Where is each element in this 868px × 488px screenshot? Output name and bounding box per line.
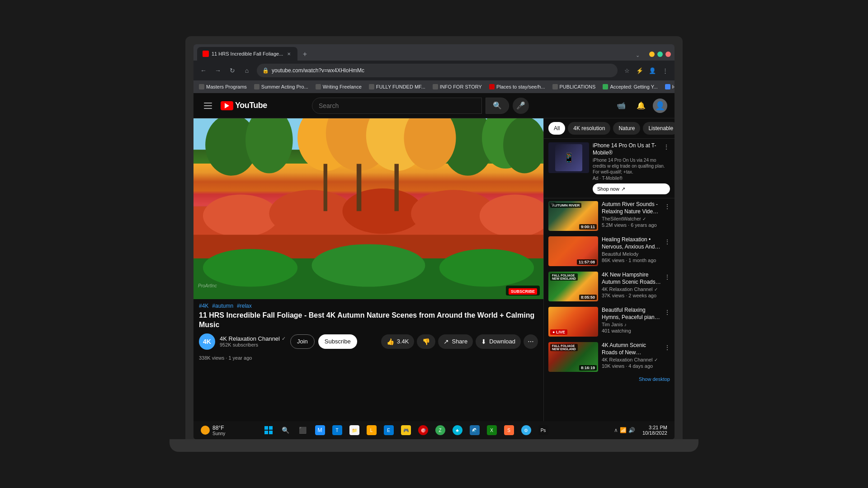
reload-button[interactable]: ↻ xyxy=(226,64,239,77)
ad-menu-button[interactable]: ⋮ xyxy=(661,141,672,152)
svg-point-12 xyxy=(269,190,354,237)
filter-listenable[interactable]: Listenable xyxy=(643,122,675,135)
rec-menu-button-1[interactable]: ⋮ xyxy=(662,236,673,247)
bookmark-masters[interactable]: Masters Programs xyxy=(197,83,249,90)
bookmarks-bar: Masters Programs Summer Acting Pro... Wr… xyxy=(193,80,675,93)
app-icon-10: 🌊 xyxy=(470,425,480,435)
system-clock[interactable]: 3:21 PM 10/18/2022 xyxy=(639,425,671,436)
taskbar-search-button[interactable]: 🔍 xyxy=(278,422,294,438)
network-icon[interactable]: 📶 xyxy=(620,427,627,433)
rec-menu-button-2[interactable]: ⋮ xyxy=(662,272,673,282)
bookmark-star-icon[interactable]: ☆ xyxy=(621,65,633,76)
url-bar[interactable]: 🔒 youtube.com/watch?v=wx4XHloHmMc xyxy=(257,64,618,77)
video-stats: 338K views · 1 year ago xyxy=(193,353,543,362)
collapse-tabs-button[interactable]: ⌄ xyxy=(634,52,641,59)
bookmark-publications[interactable]: PUBLICATIONS xyxy=(551,83,598,90)
back-button[interactable]: ← xyxy=(197,64,210,77)
notifications-button[interactable]: 🔔 xyxy=(633,98,649,114)
bookmark-writing[interactable]: Writing Freelance xyxy=(314,83,363,90)
volume-icon[interactable]: 🔊 xyxy=(628,427,635,433)
taskbar-app-7[interactable]: 🎯 xyxy=(415,422,431,438)
subscribe-button[interactable]: Subscribe xyxy=(318,334,357,349)
rec-video-0[interactable]: AUTUMN RIVER 9:00:11 9h Autumn River Sou… xyxy=(544,198,675,234)
video-player[interactable]: ProArtInc SUBSCRIBE xyxy=(193,118,543,299)
taskbar-app-8[interactable]: Z xyxy=(432,422,448,438)
download-button[interactable]: ⬇ Download xyxy=(476,334,521,349)
windows-icon xyxy=(264,425,274,435)
filter-nature[interactable]: Nature xyxy=(613,122,640,135)
create-button[interactable]: 📹 xyxy=(613,98,629,114)
tab-close-button[interactable]: ✕ xyxy=(286,51,292,57)
rec-menu-button-4[interactable]: ⋮ xyxy=(662,342,673,353)
live-badge: ● LIVE xyxy=(550,329,567,335)
taskbar-app-2[interactable]: T xyxy=(329,422,345,438)
windows-taskbar: 88°F Sunny xyxy=(193,421,675,439)
like-button[interactable]: 👍 3.4K xyxy=(381,334,415,349)
forward-button[interactable]: → xyxy=(212,64,224,77)
menu-button[interactable] xyxy=(201,99,215,113)
dislike-button[interactable]: 👎 xyxy=(417,334,435,349)
taskbar-app-3[interactable]: 📁 xyxy=(346,422,363,438)
taskbar-app-12[interactable]: S xyxy=(501,422,517,438)
rec-video-2[interactable]: FALL FOLIAGENEW ENGLAND 8:05:50 4K New H… xyxy=(544,269,675,304)
taskbar-app-4[interactable]: L xyxy=(363,422,380,438)
video-actions: 👍 3.4K 👎 ↗ Share xyxy=(381,334,538,349)
tag-4k[interactable]: #4K xyxy=(199,303,208,309)
task-view-button[interactable]: ⬛ xyxy=(295,422,311,438)
new-tab-button[interactable]: + xyxy=(298,48,311,61)
close-button[interactable] xyxy=(665,52,671,57)
rec-channel-3: Tim Janis ♪ xyxy=(602,322,661,327)
rec-video-1[interactable]: 11:57:08 Healing Relaxation • Nervous, A… xyxy=(544,234,675,269)
rec-menu-button-0[interactable]: ⋮ xyxy=(662,201,673,212)
search-bar[interactable] xyxy=(312,98,482,114)
subscribe-overlay[interactable]: SUBSCRIBE xyxy=(506,286,540,296)
more-options-icon[interactable]: ⋮ xyxy=(659,65,671,76)
more-actions-button[interactable]: ··· xyxy=(524,334,538,349)
weather-widget[interactable]: 88°F Sunny xyxy=(197,425,229,436)
tag-relax[interactable]: #relax xyxy=(237,303,252,309)
bookmark-story[interactable]: INFO FOR STORY xyxy=(431,83,484,90)
rec-info-4: 4K Autumn Scenic Roads of New Hampshire … xyxy=(602,342,670,372)
bookmark-places[interactable]: Places to stay/see/h... xyxy=(487,83,547,90)
taskbar-app-11[interactable]: X xyxy=(484,422,500,438)
maximize-button[interactable] xyxy=(657,52,663,57)
minimize-button[interactable] xyxy=(649,52,655,57)
taskbar-app-13[interactable]: ⚙ xyxy=(518,422,534,438)
youtube-logo[interactable]: YouTube xyxy=(221,101,267,110)
rec-menu-button-3[interactable]: ⋮ xyxy=(662,307,673,318)
avatar-icon: 👤 xyxy=(655,101,665,111)
taskbar-app-10[interactable]: 🌊 xyxy=(467,422,483,438)
chevron-up-icon[interactable]: ∧ xyxy=(614,427,618,433)
bookmark-funded[interactable]: FULLY FUNDED MF... xyxy=(367,83,427,90)
rec-video-4[interactable]: FALL FOLIAGENEW ENGLAND 8:16:19 4K Autum… xyxy=(544,339,675,375)
extensions-icon[interactable]: ⚡ xyxy=(634,65,646,76)
home-button[interactable]: ⌂ xyxy=(241,64,253,77)
bookmark-heres[interactable]: Here's What you Lo... xyxy=(663,83,675,90)
search-button[interactable]: 🔍 xyxy=(486,98,509,114)
window-controls: ⌄ xyxy=(634,52,671,61)
taskbar-search-icon: 🔍 xyxy=(281,425,291,435)
channel-avatar[interactable]: 4K xyxy=(199,333,215,350)
user-avatar[interactable]: 👤 xyxy=(653,99,667,113)
tag-autumn[interactable]: #autumn xyxy=(212,303,233,309)
show-desktop-button[interactable]: Show desktop xyxy=(544,375,675,384)
taskbar-app-6[interactable]: 🎮 xyxy=(398,422,414,438)
filter-4k[interactable]: 4K resolution xyxy=(568,122,610,135)
microphone-button[interactable]: 🎤 xyxy=(513,98,529,114)
shop-now-button[interactable]: Shop now ↗ xyxy=(593,183,670,194)
profile-icon[interactable]: 👤 xyxy=(646,65,658,76)
rec-video-3[interactable]: ● LIVE Beautiful Relaxing Hymns, Peacefu… xyxy=(544,304,675,339)
taskbar-app-1[interactable]: M xyxy=(312,422,328,438)
join-button[interactable]: Join xyxy=(290,334,315,349)
taskbar-app-14[interactable]: Ps xyxy=(535,422,552,438)
bookmark-accepted[interactable]: Accepted: Getting Y... xyxy=(601,83,659,90)
filter-all[interactable]: All xyxy=(548,122,565,135)
search-input[interactable] xyxy=(319,102,475,109)
bookmark-acting[interactable]: Summer Acting Pro... xyxy=(252,83,310,90)
taskbar-app-9[interactable]: ♣ xyxy=(449,422,466,438)
taskbar-app-5[interactable]: E xyxy=(381,422,397,438)
app-icon-2: T xyxy=(332,425,342,435)
share-button[interactable]: ↗ Share xyxy=(438,334,473,349)
start-button[interactable] xyxy=(260,422,277,438)
active-tab[interactable]: 11 HRS Incredible Fall Foliage... ✕ xyxy=(197,47,297,61)
